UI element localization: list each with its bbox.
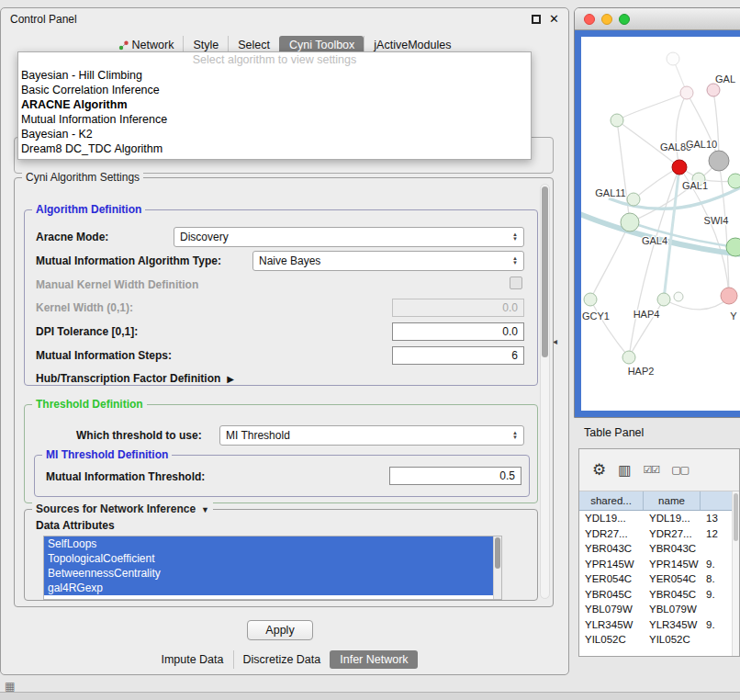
node-label: HAP2: [628, 366, 655, 377]
desktop: Control Panel ✕ NetworkStyleSelectCyni T…: [0, 0, 740, 700]
table-row[interactable]: YDR27...YDR27...12: [579, 526, 739, 542]
attribute-list-scrollbar[interactable]: [493, 536, 501, 599]
mi-steps-field[interactable]: 6: [392, 346, 524, 365]
deselect-all-columns-icon[interactable]: ▢▢: [671, 464, 689, 476]
mi-steps-label: Mutual Information Steps:: [36, 349, 172, 362]
network-node[interactable]: [728, 174, 740, 188]
network-node[interactable]: [726, 238, 740, 256]
column-header[interactable]: shared...: [579, 491, 644, 510]
network-window-titlebar[interactable]: [575, 8, 740, 30]
kernel-width-field[interactable]: 0.0: [392, 299, 524, 317]
table-row[interactable]: YBR045CYBR045C9.: [579, 587, 739, 603]
bottom-tab-discretize-data[interactable]: Discretize Data: [233, 650, 331, 669]
attribute-item[interactable]: TopologicalCoefficient: [44, 551, 493, 566]
network-node[interactable]: [667, 52, 679, 65]
attribute-list[interactable]: SelfLoopsTopologicalCoefficientBetweenne…: [43, 536, 502, 600]
algorithm-definition-group: Algorithm Definition Aracne Mode: Discov…: [24, 209, 538, 386]
algorithm-dropdown-popup: Select algorithm to view settings Bayesi…: [17, 51, 532, 160]
network-canvas-svg: GALGAL80GAL10GAL11GAL1SWI4GAL4GCY1HAP4HA…: [581, 37, 740, 411]
manual-kernel-width-checkbox[interactable]: [510, 277, 522, 289]
column-header[interactable]: name: [644, 491, 701, 510]
which-threshold-select[interactable]: MI Threshold ▲▼: [219, 425, 524, 446]
attribute-item[interactable]: SelfLoops: [44, 536, 493, 551]
network-node[interactable]: [680, 86, 693, 99]
network-node[interactable]: [621, 213, 639, 231]
network-node[interactable]: [622, 351, 635, 364]
node-label: SWI4: [704, 215, 729, 226]
bottom-tab-infer-network[interactable]: Infer Network: [330, 650, 417, 669]
network-node[interactable]: [707, 84, 720, 96]
network-node[interactable]: [709, 151, 729, 171]
network-node[interactable]: [674, 292, 683, 301]
combo-arrows-icon: ▲▼: [512, 431, 518, 440]
table-row[interactable]: YPR145WYPR145W9.: [579, 557, 739, 572]
control-panel-titlebar[interactable]: Control Panel ✕: [1, 8, 568, 30]
scrollbar-thumb[interactable]: [542, 186, 548, 357]
close-icon[interactable]: ✕: [549, 15, 559, 24]
attribute-item[interactable]: gal4RGexp: [44, 581, 493, 595]
tab-label: Impute Data: [161, 653, 223, 666]
minimize-traffic-light[interactable]: [601, 14, 612, 25]
table-row[interactable]: YLR345WYLR345W9.: [579, 617, 739, 633]
aracne-mode-select[interactable]: Discovery ▲▼: [174, 227, 524, 247]
network-node[interactable]: [584, 293, 597, 306]
kernel-width-label: Kernel Width (0,1):: [36, 301, 133, 314]
table-cell: YER054C: [644, 573, 701, 584]
table-row[interactable]: YER054CYER054C8.: [579, 571, 739, 587]
node-label: GAL11: [595, 187, 625, 198]
table-row[interactable]: YBL079WYBL079W: [579, 602, 739, 617]
mi-algorithm-type-select[interactable]: Naive Bayes ▲▼: [252, 251, 524, 271]
network-edge: [617, 120, 630, 222]
bottom-tab-bar: Impute DataDiscretize DataInfer Network: [1, 650, 568, 669]
table-row[interactable]: YIL052CYIL052C: [579, 632, 739, 648]
scrollbar-thumb[interactable]: [734, 493, 738, 541]
collapse-down-icon: ▼: [201, 505, 209, 514]
select-all-columns-icon[interactable]: ☑☑: [643, 464, 659, 476]
algorithm-option[interactable]: Basic Correlation Inference: [18, 83, 531, 97]
combo-arrows-icon: ▲▼: [512, 232, 518, 242]
manual-kernel-width-label: Manual Kernel Width Definition: [36, 278, 198, 291]
node-label: GAL1: [682, 180, 708, 191]
table-cell: YDL19...: [644, 513, 701, 524]
tab-label: Select: [238, 39, 270, 51]
panel-grid-icon[interactable]: ▦: [5, 680, 15, 693]
table-cell: YBL079W: [644, 604, 701, 615]
network-edge: [687, 93, 719, 161]
columns-icon[interactable]: ▥: [618, 462, 631, 479]
table-row[interactable]: YDL19...YDL19...13: [579, 511, 739, 526]
zoom-traffic-light[interactable]: [619, 14, 630, 25]
network-canvas[interactable]: GALGAL80GAL10GAL11GAL1SWI4GAL4GCY1HAP4HA…: [581, 37, 740, 411]
network-node[interactable]: [657, 293, 670, 306]
algorithm-option[interactable]: Bayesian - Hill Climbing: [18, 68, 531, 83]
algorithm-option[interactable]: Dream8 DC_TDC Algorithm: [18, 141, 531, 156]
gear-icon[interactable]: ⚙: [592, 460, 606, 480]
network-edge: [590, 222, 630, 299]
network-node[interactable]: [627, 193, 640, 206]
hub-definition-expander[interactable]: Hub/Transcription Factor Definition▶: [36, 372, 234, 385]
apply-button[interactable]: Apply: [247, 620, 313, 640]
float-window-icon[interactable]: [532, 15, 541, 24]
mi-threshold-field[interactable]: 0.5: [389, 467, 521, 485]
algorithm-option[interactable]: Mutual Information Inference: [18, 112, 531, 127]
algorithm-option-list: Bayesian - Hill ClimbingBasic Correlatio…: [18, 68, 531, 156]
node-label: GAL: [715, 73, 735, 85]
sources-expander[interactable]: Sources for Network Inference▼: [32, 502, 213, 515]
bottom-tab-impute-data[interactable]: Impute Data: [151, 650, 232, 669]
table-cell: YIL052C: [644, 634, 701, 645]
settings-group-title: Cyni Algorithm Settings: [22, 171, 143, 184]
mi-threshold-value: 0.5: [499, 469, 515, 482]
algorithm-option[interactable]: ARACNE Algorithm: [18, 97, 531, 112]
network-node[interactable]: [611, 114, 623, 127]
algorithm-option[interactable]: Bayesian - K2: [18, 127, 531, 141]
mi-threshold-label: Mutual Information Threshold:: [46, 470, 205, 483]
dpi-tolerance-field[interactable]: 0.0: [392, 322, 524, 341]
network-node[interactable]: [721, 288, 737, 304]
settings-scrollbar[interactable]: [540, 184, 550, 599]
network-node[interactable]: [672, 160, 687, 175]
table-row[interactable]: YBR043CYBR043C: [579, 541, 739, 557]
node-label: GAL4: [642, 235, 667, 246]
mi-steps-value: 6: [511, 349, 518, 362]
close-traffic-light[interactable]: [584, 14, 595, 25]
attribute-item[interactable]: BetweennessCentrality: [44, 566, 493, 581]
table-scrollbar[interactable]: [732, 491, 739, 656]
